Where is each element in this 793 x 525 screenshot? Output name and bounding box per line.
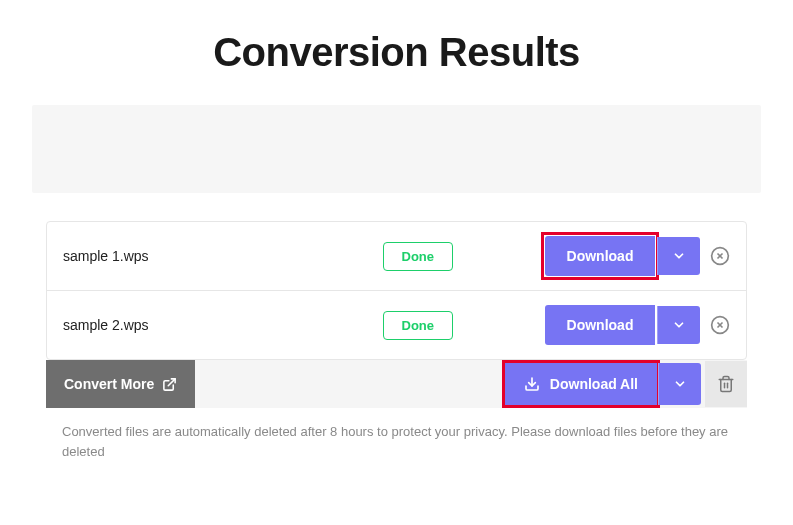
download-button[interactable]: Download: [545, 236, 655, 276]
page-title: Conversion Results: [0, 30, 793, 75]
chevron-down-icon: [672, 318, 686, 332]
close-circle-icon: [710, 246, 730, 266]
download-icon: [524, 376, 540, 392]
download-highlight: Download: [543, 234, 657, 278]
footer-row: Convert More Download All: [46, 360, 747, 408]
download-dropdown-button[interactable]: [657, 306, 700, 344]
download-all-label: Download All: [550, 376, 638, 392]
results-card: sample 1.wps Done Download sample 2.wps …: [16, 221, 777, 461]
download-all-button[interactable]: Download All: [504, 362, 658, 406]
remove-file-button[interactable]: [710, 246, 730, 266]
external-link-icon: [162, 377, 177, 392]
file-name: sample 1.wps: [63, 248, 383, 264]
status-badge: Done: [383, 242, 454, 271]
chevron-down-icon: [672, 249, 686, 263]
convert-more-button[interactable]: Convert More: [46, 360, 195, 408]
file-row: sample 2.wps Done Download: [47, 291, 746, 359]
trash-icon: [717, 375, 735, 393]
file-list: sample 1.wps Done Download sample 2.wps …: [46, 221, 747, 360]
download-dropdown-button[interactable]: [657, 237, 700, 275]
status-badge: Done: [383, 311, 454, 340]
close-circle-icon: [710, 315, 730, 335]
chevron-down-icon: [673, 377, 687, 391]
file-row: sample 1.wps Done Download: [47, 222, 746, 291]
convert-more-label: Convert More: [64, 376, 154, 392]
ad-banner-placeholder: [32, 105, 761, 193]
remove-file-button[interactable]: [710, 315, 730, 335]
download-all-highlight: Download All: [504, 362, 658, 406]
download-all-dropdown-button[interactable]: [658, 363, 701, 405]
delete-all-button[interactable]: [705, 361, 747, 407]
file-name: sample 2.wps: [63, 317, 383, 333]
download-wrap: Download: [543, 303, 657, 347]
privacy-note: Converted files are automatically delete…: [62, 422, 731, 461]
download-button[interactable]: Download: [545, 305, 655, 345]
svg-line-6: [168, 378, 175, 385]
